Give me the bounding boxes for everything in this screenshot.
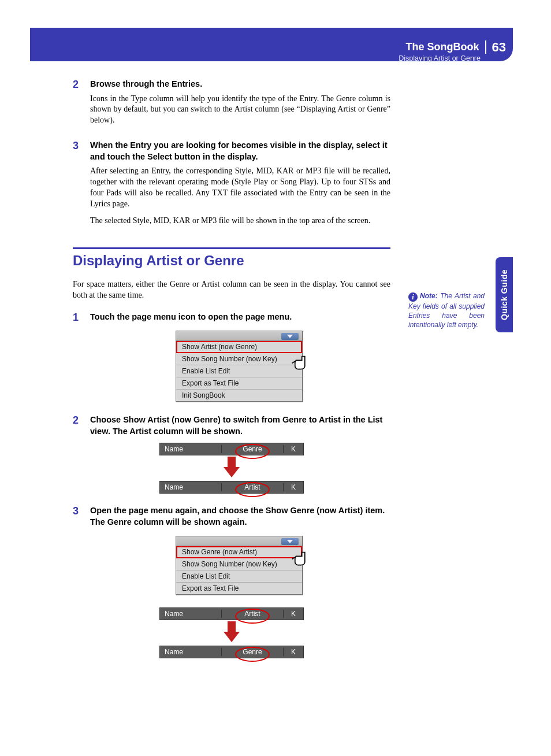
section-intro: For space matters, either the Genre or A… xyxy=(73,279,390,301)
paragraph: After selecting an Entry, the correspond… xyxy=(90,166,390,210)
menu-item-show-artist[interactable]: Show Artist (now Genre) xyxy=(176,341,302,353)
figure-page-menu-1: Show Artist (now Genre) Show Song Number… xyxy=(159,331,304,402)
step-title: Choose Show Artist (now Genre) to switch… xyxy=(90,414,390,437)
menu-titlebar xyxy=(176,331,302,341)
column-name: Name xyxy=(160,648,222,656)
menu-dropdown-icon[interactable] xyxy=(281,538,299,545)
header-subtitle: Displaying Artist or Genre xyxy=(399,55,506,62)
menu-item-show-genre[interactable]: Show Genre (now Artist) xyxy=(176,546,302,558)
figure-column-headers-artist: Name Artist K xyxy=(159,481,304,494)
note-label: Note: xyxy=(420,292,438,300)
step-2: 2 Choose Show Artist (now Genre) to swit… xyxy=(73,414,390,439)
step-title: Open the page menu again, and choose the… xyxy=(90,505,390,528)
step-number: 3 xyxy=(73,140,81,232)
column-genre: Genre xyxy=(222,445,284,453)
menu-item-init-songbook[interactable]: Init SongBook xyxy=(176,390,302,401)
paragraph: Icons in the Type column will help you i… xyxy=(90,94,390,127)
step-number: 3 xyxy=(73,505,81,530)
column-k: K xyxy=(284,445,303,453)
column-artist: Artist xyxy=(222,610,284,618)
column-name: Name xyxy=(160,483,222,491)
page-number: 63 xyxy=(485,40,506,54)
menu-item-show-song-number[interactable]: Show Song Number (now Key) xyxy=(176,558,302,570)
arrow-down-icon xyxy=(159,620,304,642)
main-content: 2 Browse through the Entries. Icons in t… xyxy=(73,79,390,658)
column-k: K xyxy=(284,483,303,491)
column-name: Name xyxy=(160,445,222,453)
menu-titlebar xyxy=(176,536,302,546)
menu-dropdown-icon[interactable] xyxy=(281,333,299,340)
arrow-down-icon xyxy=(159,455,304,477)
menu-item-export-text[interactable]: Export as Text File xyxy=(176,377,302,390)
info-icon: i xyxy=(408,292,418,302)
step-1: 1 Touch the page menu icon to open the p… xyxy=(73,312,390,325)
step-3: 3 Open the page menu again, and choose t… xyxy=(73,505,390,530)
figure-column-headers-genre: Name Genre K xyxy=(159,443,304,455)
header-banner: The SongBook 63 Displaying Artist or Gen… xyxy=(30,28,513,61)
upper-step-2: 2 Browse through the Entries. Icons in t… xyxy=(73,79,390,132)
step-number: 2 xyxy=(73,414,81,439)
step-title: Touch the page menu icon to open the pag… xyxy=(90,312,390,323)
menu-item-export-text[interactable]: Export as Text File xyxy=(176,583,302,594)
column-artist: Artist xyxy=(222,483,284,491)
side-tab-label: Quick Guide xyxy=(500,269,509,320)
figure-column-headers-genre-2: Name Genre K xyxy=(159,646,304,658)
upper-step-3: 3 When the Entry you are looking for bec… xyxy=(73,140,390,232)
step-number: 2 xyxy=(73,79,81,132)
step-number: 1 xyxy=(73,312,81,325)
header-title: The SongBook xyxy=(406,42,479,53)
menu-item-show-song-number[interactable]: Show Song Number (now Key) xyxy=(176,353,302,365)
section-heading: Displaying Artist or Genre xyxy=(73,247,390,269)
column-name: Name xyxy=(160,610,222,618)
step-title: When the Entry you are looking for becom… xyxy=(90,140,390,162)
page: The SongBook 63 Displaying Artist or Gen… xyxy=(0,0,551,756)
step-title: Browse through the Entries. xyxy=(90,79,390,90)
column-k: K xyxy=(284,648,303,656)
figure-page-menu-2: Show Genre (now Artist) Show Song Number… xyxy=(159,536,304,595)
side-tab-quick-guide: Quick Guide xyxy=(496,257,513,332)
column-genre: Genre xyxy=(222,648,284,656)
column-k: K xyxy=(284,610,303,618)
menu-item-enable-list-edit[interactable]: Enable List Edit xyxy=(176,365,302,377)
paragraph: The selected Style, MID, KAR or MP3 file… xyxy=(90,216,390,227)
figure-column-headers-artist-2: Name Artist K xyxy=(159,607,304,620)
menu-item-enable-list-edit[interactable]: Enable List Edit xyxy=(176,570,302,583)
margin-note: iNote: The Artist and Key fields of all … xyxy=(408,291,485,330)
